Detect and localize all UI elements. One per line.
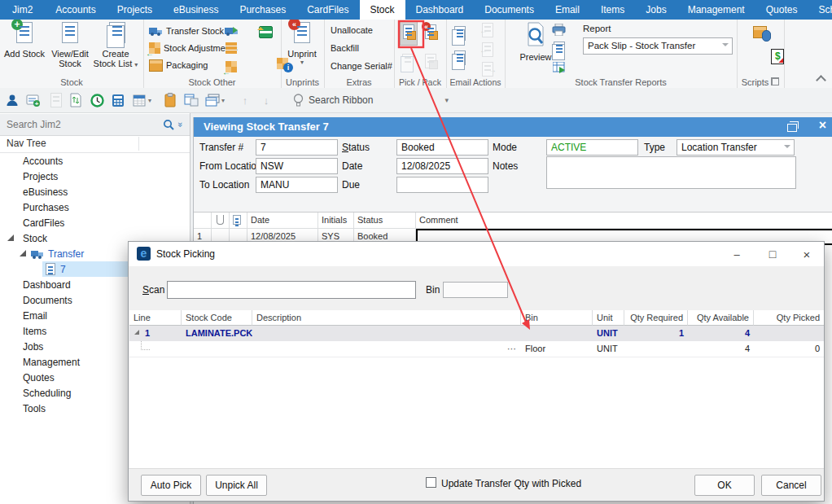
email-copy-button[interactable]	[454, 26, 466, 44]
expander-icon[interactable]	[7, 234, 14, 241]
log-col-comment[interactable]: Comment	[416, 213, 832, 229]
search-icon[interactable]	[163, 119, 175, 131]
scripts-package-icon-button[interactable]	[753, 26, 767, 38]
col-unit[interactable]: Unit	[593, 310, 624, 326]
col-line[interactable]: Line	[129, 310, 182, 326]
tab-scheduling[interactable]: Scheduling	[808, 0, 832, 20]
sidebar-item-ebusiness[interactable]: eBusiness	[0, 184, 190, 199]
notes-field[interactable]	[546, 156, 796, 189]
tab-projects[interactable]: Projects	[107, 0, 163, 20]
promotions-icon-button[interactable]	[259, 26, 273, 38]
close-window-icon[interactable]: ×	[819, 118, 826, 133]
expander-icon[interactable]	[20, 250, 26, 256]
user-icon-button[interactable]	[5, 93, 20, 107]
auto-pick-button[interactable]: Auto Pick	[141, 475, 201, 496]
col-stock-code[interactable]: Stock Code	[182, 310, 252, 326]
status-field[interactable]: Booked	[396, 139, 488, 156]
collapse-ribbon-button[interactable]	[816, 75, 826, 85]
stocktake-grid-icon-button[interactable]	[226, 42, 237, 54]
log-col-initials[interactable]: Initials	[318, 213, 354, 229]
scripts-dollar-icon-button[interactable]: $	[771, 49, 784, 64]
global-search-box[interactable]: »	[0, 114, 190, 136]
tab-purchases[interactable]: Purchases	[229, 0, 296, 20]
bin-input[interactable]	[443, 282, 508, 298]
tab-items[interactable]: Items	[590, 0, 635, 20]
tab-ebusiness[interactable]: eBusiness	[163, 0, 229, 20]
print-button[interactable]	[552, 24, 566, 39]
col-description[interactable]: Description	[252, 310, 521, 326]
col-qty-required[interactable]: Qty Required	[624, 310, 688, 326]
window-titlebar[interactable]: Viewing Stock Transfer 7 ×	[194, 117, 832, 137]
col-bin[interactable]: Bin	[521, 310, 593, 326]
unallocate-button[interactable]: Unallocate	[331, 23, 373, 37]
toolbar-options-caret-icon[interactable]: ▾	[444, 96, 449, 104]
clipboard-icon-button[interactable]	[163, 93, 177, 107]
cancel-button[interactable]: Cancel	[761, 475, 821, 496]
to-location-field[interactable]: MANU	[256, 177, 338, 193]
pick-stock-button[interactable]	[401, 22, 417, 45]
email-reply-all-button-disabled[interactable]: ←	[482, 42, 493, 60]
search-expand-chevron-icon[interactable]: »	[176, 122, 186, 127]
sidebar-item-purchases[interactable]: Purchases	[0, 199, 190, 215]
add-stock-button[interactable]: + Add Stock	[2, 22, 47, 59]
export-grid-button[interactable]	[553, 62, 566, 77]
restore-window-icon[interactable]	[787, 124, 797, 132]
calendar-icon-button[interactable]	[132, 93, 147, 107]
tab-accounts[interactable]: Accounts	[45, 0, 106, 20]
maximize-icon[interactable]: □	[759, 242, 786, 266]
row-expander-icon[interactable]	[134, 330, 139, 335]
update-document-icon-button[interactable]	[68, 93, 83, 107]
unpack-stock-button-disabled[interactable]	[425, 54, 436, 72]
stock-code-cell[interactable]: LAMINATE.PCK	[182, 326, 252, 341]
sidebar-item-projects[interactable]: Projects	[0, 169, 190, 184]
tab-cardfiles[interactable]: CardFiles	[296, 0, 359, 20]
create-stock-list-button[interactable]: Create Stock List ▾	[91, 22, 140, 70]
type-select[interactable]: Location Transfer	[677, 139, 795, 156]
change-serial-button[interactable]: Change Serial#	[331, 59, 392, 73]
email-reply-button-disabled[interactable]: ←	[482, 23, 493, 41]
sidebar-item-cardfiles[interactable]: CardFiles	[0, 215, 190, 230]
cascade-caret-icon[interactable]: ▾	[221, 97, 225, 104]
tab-jobs[interactable]: Jobs	[635, 0, 677, 20]
stock-adjustments-button[interactable]: ← Stock Adjustments	[149, 41, 238, 55]
email-doc-button[interactable]	[454, 50, 466, 68]
return-icon-button-disabled[interactable]: ←	[47, 93, 62, 107]
tab-jim2[interactable]: Jim2	[0, 0, 45, 20]
from-location-field[interactable]: NSW	[256, 158, 338, 174]
unpick-stock-button[interactable]: «	[425, 24, 436, 42]
bin-ellipsis-button[interactable]: ⋯	[495, 341, 521, 357]
pack-stock-button-disabled[interactable]	[402, 54, 414, 72]
print-copy-button[interactable]	[554, 42, 565, 59]
dialog-titlebar[interactable]: e Stock Picking – □ ×	[129, 242, 824, 266]
col-qty-picked[interactable]: Qty Picked	[754, 310, 824, 326]
view-edit-stock-button[interactable]: View/Edit Stock	[47, 22, 93, 68]
cascade-windows-icon-button[interactable]	[205, 93, 220, 107]
log-col-date[interactable]: Date	[247, 213, 318, 229]
picking-row-1[interactable]: 1 LAMINATE.PCK UNIT 1 4	[129, 326, 824, 341]
minimize-icon[interactable]: –	[723, 242, 751, 266]
scan-input[interactable]	[167, 281, 416, 299]
calculator-icon-button[interactable]	[111, 93, 125, 107]
return-stock-icon-button[interactable]: ←	[226, 61, 237, 72]
tab-dashboard[interactable]: Dashboard	[405, 0, 475, 20]
add-cardfile-icon-button[interactable]: +	[26, 93, 41, 107]
backfill-button[interactable]: Backfill	[331, 41, 359, 55]
close-icon[interactable]: ×	[793, 242, 821, 266]
due-field[interactable]	[396, 177, 488, 193]
search-ribbon[interactable]: Search Ribbon	[293, 94, 373, 107]
tab-stock-active[interactable]: Stock	[360, 0, 405, 20]
picking-row-1-bin[interactable]: ⋯ Floor UNIT 4 0	[129, 341, 824, 357]
transfer-send-icon-button[interactable]	[225, 24, 239, 39]
calendar-caret-icon[interactable]: ▾	[148, 97, 151, 104]
transfer-number-field[interactable]: 7	[256, 139, 338, 156]
search-input[interactable]	[0, 118, 163, 131]
unprint-button[interactable]: « Unprint ▾	[279, 22, 325, 66]
scripts-dialog-launcher-icon[interactable]	[771, 77, 779, 85]
tab-quotes[interactable]: Quotes	[755, 0, 808, 20]
tab-management[interactable]: Management	[677, 0, 755, 20]
nav-down-icon-disabled[interactable]: ↓	[259, 93, 274, 107]
packaging-button[interactable]: Packaging	[149, 58, 208, 72]
recent-clock-icon-button[interactable]	[90, 93, 104, 107]
unpick-all-button[interactable]: Unpick All	[206, 475, 267, 496]
sidebar-item-accounts[interactable]: Accounts	[0, 153, 190, 169]
